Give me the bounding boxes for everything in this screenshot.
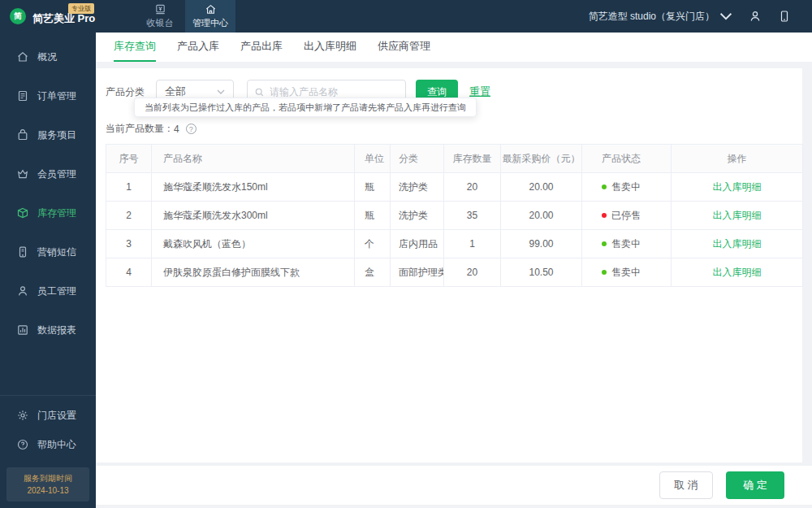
inout-detail-link[interactable]: 出入库明细: [713, 210, 762, 221]
pro-badge: 专业版: [68, 3, 94, 14]
tab-product-inbound[interactable]: 产品入库: [177, 33, 219, 62]
sidebar: 概况 订单管理 服务项目 会员管理 库存管理 营销短信: [0, 33, 96, 508]
tab-product-outbound[interactable]: 产品出库: [240, 33, 283, 62]
sidebar-item-inventory[interactable]: 库存管理: [0, 193, 96, 232]
cell-category: 洗护类: [391, 173, 444, 202]
table-row: 3 戴森吹风机（蓝色） 个 店内用品 1 99.00 售卖中 出入库明细: [106, 230, 803, 258]
tab-inout-detail[interactable]: 出入库明细: [304, 33, 356, 62]
chevron-down-icon: [719, 10, 732, 23]
confirm-button[interactable]: 确 定: [726, 471, 784, 499]
inout-detail-link[interactable]: 出入库明细: [713, 181, 762, 193]
sidebar-item-orders[interactable]: 订单管理: [0, 76, 96, 115]
product-search-input[interactable]: [270, 86, 399, 98]
sidebar-item-label: 订单管理: [37, 89, 76, 103]
user-icon[interactable]: [749, 10, 762, 23]
main-content: 库存查询 产品入库 产品出库 出入库明细 供应商管理 产品分类 全部: [96, 33, 812, 508]
sidebar-item-store-settings[interactable]: 门店设置: [0, 401, 96, 430]
bar-chart-icon: [16, 323, 29, 336]
cell-status: 售卖中: [582, 258, 672, 287]
cell-index: 1: [106, 173, 152, 202]
product-count-value: 4: [174, 124, 179, 135]
topnav-management[interactable]: 管理中心: [185, 0, 235, 33]
status-text: 售卖中: [611, 267, 641, 278]
status-text: 售卖中: [611, 238, 641, 250]
store-switcher[interactable]: 简艺造型 studio（复兴门店）: [589, 10, 732, 24]
topnav-cashier[interactable]: 收银台: [135, 0, 185, 33]
cell-price: 20.00: [501, 173, 582, 202]
cell-price: 99.00: [501, 230, 582, 258]
table-header-row: 序号 产品名称 单位 分类 库存数量 最新采购价（元） 产品状态 操作: [106, 145, 803, 173]
topnav-management-label: 管理中心: [192, 17, 228, 29]
cell-status: 售卖中: [582, 173, 672, 202]
sidebar-item-label: 营销短信: [37, 245, 76, 259]
cell-name: 伊肤泉胶原蛋白修护面膜线下款: [152, 258, 355, 287]
header-price: 最新采购价（元）: [501, 145, 582, 173]
cell-action: 出入库明细: [672, 173, 803, 202]
status-dot: [602, 185, 607, 189]
cell-price: 20.00: [501, 202, 582, 230]
top-nav: 收银台 管理中心: [135, 0, 235, 33]
crown-icon: [16, 167, 29, 180]
home-icon: [205, 3, 217, 15]
gear-icon: [16, 409, 29, 422]
cell-status: 售卖中: [582, 230, 672, 258]
footer-actions: 取 消 确 定: [96, 466, 812, 505]
sidebar-item-label: 概况: [37, 50, 57, 64]
cell-action: 出入库明细: [672, 230, 803, 258]
tab-stock-query[interactable]: 库存查询: [114, 33, 156, 62]
home-icon: [16, 50, 29, 63]
mobile-phone-icon[interactable]: [778, 10, 791, 23]
cell-status: 已停售: [582, 202, 672, 230]
sidebar-item-services[interactable]: 服务项目: [0, 115, 96, 154]
cell-stock: 35: [444, 202, 501, 230]
inout-detail-link[interactable]: 出入库明细: [713, 267, 762, 278]
product-count-label: 当前产品数量：: [106, 122, 174, 136]
cell-name: 施华蔻柔顺洗发水150ml: [152, 173, 355, 202]
store-name: 简艺造型 studio（复兴门店）: [589, 10, 715, 24]
sidebar-item-label: 数据报表: [37, 323, 76, 337]
cancel-button[interactable]: 取 消: [659, 471, 713, 499]
sidebar-item-label: 库存管理: [37, 206, 76, 220]
tab-supplier-management[interactable]: 供应商管理: [378, 33, 430, 62]
header-status: 产品状态: [582, 145, 672, 173]
sidebar-item-sms[interactable]: 营销短信: [0, 232, 96, 271]
cell-stock: 1: [444, 230, 501, 258]
category-filter-label: 产品分类: [106, 85, 145, 99]
sidebar-item-help-center[interactable]: 帮助中心: [0, 430, 96, 459]
inventory-tabbar: 库存查询 产品入库 产品出库 出入库明细 供应商管理: [96, 33, 812, 62]
header-stock: 库存数量: [444, 145, 501, 173]
chevron-down-icon: [217, 89, 225, 94]
status-dot: [602, 213, 607, 218]
inbound-hint-tooltip: 当前列表为已操作过入库的产品，若品项中新增了产品请先将产品入库再进行查询: [134, 98, 477, 117]
product-count-row: 当前产品数量： 4 ?: [106, 122, 793, 136]
box-icon: [16, 206, 29, 219]
cell-category: 面部护理类: [391, 258, 444, 287]
topbar-right: 简艺造型 studio（复兴门店）: [589, 0, 812, 33]
top-bar: 简 简艺美业 Pro 专业版 收银台 管理中心 简艺造型 studio（复兴门店…: [0, 0, 812, 33]
help-question-icon[interactable]: ?: [186, 124, 197, 134]
cell-action: 出入库明细: [672, 258, 803, 287]
question-circle-icon: [16, 438, 29, 451]
cell-category: 洗护类: [391, 202, 444, 230]
sidebar-item-members[interactable]: 会员管理: [0, 154, 96, 193]
service-expiry-date: 2024-10-13: [10, 484, 86, 497]
sidebar-item-staff[interactable]: 员工管理: [0, 271, 96, 310]
sidebar-item-reports[interactable]: 数据报表: [0, 310, 96, 350]
sidebar-item-label: 员工管理: [37, 284, 76, 298]
cell-unit: 盒: [355, 258, 391, 287]
sidebar-bottom: 门店设置 帮助中心 服务到期时间 2024-10-13: [0, 395, 96, 508]
cell-index: 2: [106, 202, 152, 230]
table-row: 4 伊肤泉胶原蛋白修护面膜线下款 盒 面部护理类 20 10.50 售卖中 出入…: [106, 258, 803, 287]
cell-name: 施华蔻柔顺洗发水300ml: [152, 202, 355, 230]
cell-stock: 20: [444, 173, 501, 202]
sidebar-item-overview[interactable]: 概况: [0, 37, 96, 76]
inout-detail-link[interactable]: 出入库明细: [713, 238, 762, 250]
cell-stock: 20: [444, 258, 501, 287]
app-window: 简 简艺美业 Pro 专业版 收银台 管理中心 简艺造型 studio（复兴门店…: [0, 0, 812, 508]
header-unit: 单位: [355, 145, 391, 173]
status-dot: [602, 241, 607, 246]
status-text: 已停售: [611, 210, 641, 221]
cell-category: 店内用品: [391, 230, 444, 258]
table-row: 1 施华蔻柔顺洗发水150ml 瓶 洗护类 20 20.00 售卖中 出入库明细: [106, 173, 803, 202]
service-expiry-label: 服务到期时间: [10, 472, 86, 484]
